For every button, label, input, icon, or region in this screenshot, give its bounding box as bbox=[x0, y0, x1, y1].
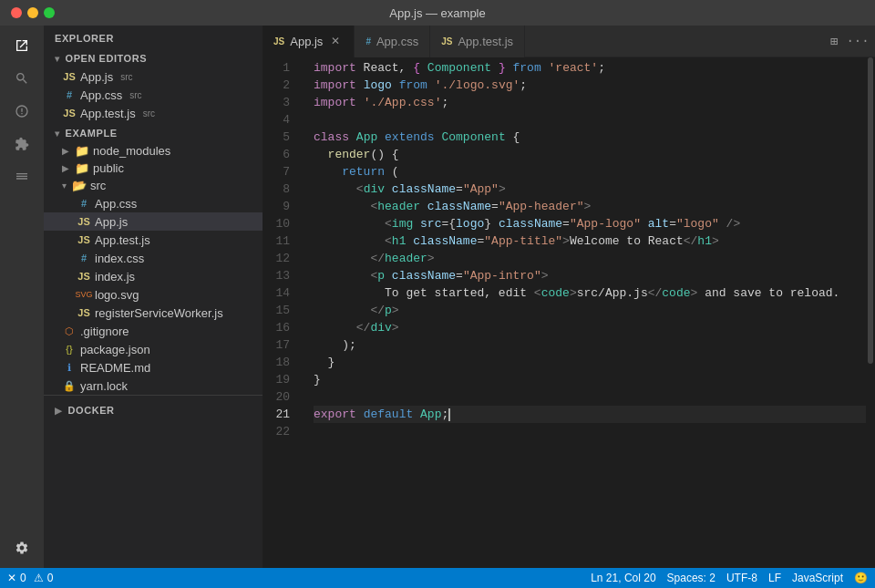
code-line-3: import './App.css' ; bbox=[314, 94, 866, 111]
editor-scrollbar[interactable] bbox=[866, 57, 875, 568]
error-count: 0 bbox=[20, 572, 26, 584]
folder-src[interactable]: ▾ 📂 src bbox=[44, 177, 262, 194]
docker-chevron: ▶ bbox=[55, 406, 63, 416]
line-num-3: 3 bbox=[262, 94, 290, 111]
code-line-13: < p className = "App-intro" > bbox=[314, 267, 866, 284]
folder-public[interactable]: ▶ 📁 public bbox=[44, 160, 262, 177]
tab-appcss[interactable]: # App.css bbox=[355, 26, 430, 57]
gitignore-label: .gitignore bbox=[80, 325, 129, 338]
error-icon: ✕ bbox=[7, 572, 16, 584]
tab-appjs-close[interactable]: ✕ bbox=[328, 34, 343, 48]
status-bar-right: Ln 21, Col 20 Spaces: 2 UTF-8 LF JavaScr… bbox=[591, 572, 868, 584]
activity-explorer-icon[interactable] bbox=[9, 33, 35, 58]
maximize-button[interactable] bbox=[44, 7, 55, 18]
file-readme[interactable]: ℹ README.md bbox=[44, 358, 262, 377]
file-logosvg[interactable]: SVG logo.svg bbox=[44, 285, 262, 304]
code-line-2: import logo from './logo.svg' ; bbox=[314, 77, 866, 94]
open-editor-appcss-name: App.css bbox=[80, 88, 122, 102]
file-apptestjs[interactable]: JS App.test.js bbox=[44, 231, 262, 249]
gitignore-icon: ⬡ bbox=[62, 324, 77, 338]
line-num-22: 22 bbox=[262, 423, 290, 440]
code-line-9: < header className = "App-header" > bbox=[314, 198, 866, 215]
code-line-20 bbox=[314, 388, 866, 406]
file-indexcss[interactable]: # index.css bbox=[44, 249, 262, 267]
appjs-label: App.js bbox=[95, 215, 128, 229]
line-num-8: 8 bbox=[262, 181, 290, 198]
file-packagejson[interactable]: {} package.json bbox=[44, 340, 262, 358]
open-editor-appjs-name: App.js bbox=[80, 70, 113, 84]
docker-title[interactable]: ▶ DOCKER bbox=[44, 399, 262, 419]
line-num-7: 7 bbox=[262, 163, 290, 181]
line-num-13: 13 bbox=[262, 267, 290, 284]
code-line-12: </ header > bbox=[314, 250, 866, 267]
scrollbar-thumb[interactable] bbox=[868, 57, 873, 364]
json-icon: {} bbox=[62, 342, 77, 356]
status-spaces[interactable]: Spaces: 2 bbox=[667, 572, 715, 584]
file-appcss[interactable]: # App.css bbox=[44, 194, 262, 212]
open-editor-appcss[interactable]: # App.css src bbox=[44, 86, 262, 104]
js-file-icon: JS bbox=[62, 69, 77, 84]
open-editor-appjs[interactable]: JS App.js src bbox=[44, 67, 262, 86]
code-line-16: </ div > bbox=[314, 319, 866, 336]
folder-node-modules[interactable]: ▶ 📁 node_modules bbox=[44, 142, 262, 160]
main-layout: EXPLORER ▾ OPEN EDITORS JS App.js src # … bbox=[0, 26, 875, 568]
tab-appjs-label: App.js bbox=[290, 35, 323, 48]
appjs-src-badge: src bbox=[120, 72, 132, 82]
open-editors-title[interactable]: ▾ OPEN EDITORS bbox=[44, 47, 262, 67]
text-cursor bbox=[448, 408, 450, 421]
file-appjs[interactable]: JS App.js bbox=[44, 212, 262, 231]
more-actions-button[interactable]: ··· bbox=[848, 31, 868, 51]
code-line-22 bbox=[314, 423, 866, 440]
line-num-18: 18 bbox=[262, 354, 290, 371]
readme-icon: ℹ bbox=[62, 360, 77, 375]
split-editor-button[interactable]: ⊞ bbox=[824, 31, 844, 51]
tab-appjs[interactable]: JS App.js ✕ bbox=[262, 26, 355, 57]
editor-container: JS App.js ✕ # App.css JS App.test.js ⊞ ·… bbox=[262, 26, 875, 568]
appcss-src-badge: src bbox=[129, 90, 141, 100]
indexcss-label: index.css bbox=[95, 252, 144, 265]
code-line-10: < img src ={ logo } className = "App-log… bbox=[314, 215, 866, 232]
explorer-title: EXPLORER bbox=[44, 26, 262, 47]
example-title[interactable]: ▾ EXAMPLE bbox=[44, 122, 262, 142]
file-registerserviceworker[interactable]: JS registerServiceWorker.js bbox=[44, 304, 262, 322]
code-line-14: To get started, edit < code > src/App.js… bbox=[314, 284, 866, 302]
window-controls[interactable] bbox=[11, 7, 55, 18]
status-language[interactable]: JavaScript bbox=[792, 572, 843, 584]
file-indexjs[interactable]: JS index.js bbox=[44, 267, 262, 285]
file-yarnlock[interactable]: 🔒 yarn.lock bbox=[44, 377, 262, 395]
src-chevron: ▾ bbox=[62, 181, 67, 191]
status-bar: ✕ 0 ⚠ 0 Ln 21, Col 20 Spaces: 2 UTF-8 LF… bbox=[0, 568, 875, 588]
code-line-11: < h1 className = "App-title" > Welcome t… bbox=[314, 232, 866, 250]
line-num-2: 2 bbox=[262, 77, 290, 94]
src-label: src bbox=[90, 179, 106, 192]
activity-search-icon[interactable] bbox=[9, 66, 35, 91]
activity-settings-icon[interactable] bbox=[9, 535, 35, 561]
tab-appcss-label: App.css bbox=[376, 35, 418, 48]
code-editor[interactable]: import React, { Component } from 'react'… bbox=[299, 57, 866, 568]
minimize-button[interactable] bbox=[27, 7, 38, 18]
line-num-1: 1 bbox=[262, 59, 290, 77]
open-editor-apptestjs[interactable]: JS App.test.js src bbox=[44, 104, 262, 122]
rsw-label: registerServiceWorker.js bbox=[95, 306, 223, 320]
line-num-19: 19 bbox=[262, 371, 290, 388]
readme-label: README.md bbox=[80, 361, 150, 375]
file-gitignore[interactable]: ⬡ .gitignore bbox=[44, 322, 262, 340]
activity-git-icon[interactable] bbox=[9, 98, 35, 124]
activity-extensions-icon[interactable] bbox=[9, 131, 35, 157]
tab-apptestjs[interactable]: JS App.test.js bbox=[430, 26, 525, 57]
code-line-15: </ p > bbox=[314, 302, 866, 319]
apptestjs-icon: JS bbox=[77, 232, 91, 247]
warning-count: 0 bbox=[47, 572, 54, 584]
packagejson-label: package.json bbox=[80, 343, 150, 356]
window-title: App.js — example bbox=[389, 6, 486, 20]
status-position[interactable]: Ln 21, Col 20 bbox=[591, 572, 655, 584]
status-line-ending[interactable]: LF bbox=[768, 572, 781, 584]
activity-docker-icon[interactable] bbox=[9, 164, 35, 190]
line-num-4: 4 bbox=[262, 111, 290, 129]
folder-public-icon: 📁 bbox=[75, 161, 89, 175]
status-errors[interactable]: ✕ 0 ⚠ 0 bbox=[7, 572, 53, 584]
line-num-15: 15 bbox=[262, 302, 290, 319]
tab-apptestjs-icon: JS bbox=[441, 36, 452, 46]
close-button[interactable] bbox=[11, 7, 22, 18]
status-encoding[interactable]: UTF-8 bbox=[726, 572, 757, 584]
